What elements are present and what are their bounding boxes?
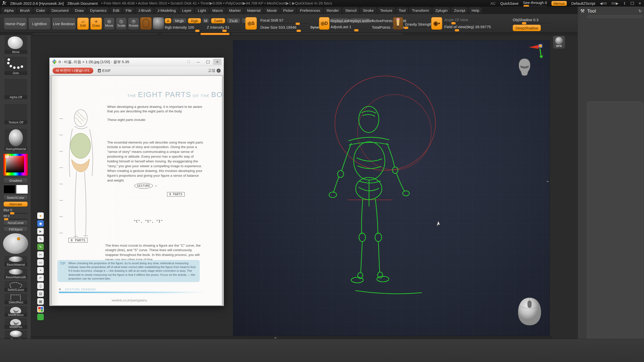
- menu-brush[interactable]: Brush: [17, 8, 32, 13]
- menu-zscript[interactable]: Zscript: [451, 8, 468, 13]
- home-page-button[interactable]: Home Page: [4, 18, 27, 30]
- material-basicb[interactable]: BasicMaterialB: [4, 268, 28, 280]
- menu-zplugin[interactable]: Zplugin: [433, 8, 450, 13]
- palette-icon[interactable]: [37, 306, 44, 312]
- knife-icon[interactable]: ✂: [37, 251, 44, 258]
- scale-mode-button[interactable]: ⓈScale: [116, 18, 127, 30]
- gallery-icon[interactable]: ▦: [37, 298, 44, 305]
- stroke-drag-icon[interactable]: ◎D: [319, 17, 330, 30]
- mouse-3d-model[interactable]: [514, 296, 545, 327]
- canvas-bottom-divider[interactable]: ◂▸: [31, 336, 552, 339]
- shelf-bpr[interactable]: BPR: [553, 36, 565, 49]
- camera-icon[interactable]: ◉▪: [431, 17, 442, 30]
- pin-toggle[interactable]: 고정 ✓: [208, 68, 221, 73]
- cursor-icon[interactable]: ►: [37, 228, 44, 235]
- current-material-thumb[interactable]: [153, 17, 164, 30]
- blur-slider[interactable]: Blur 0: [4, 208, 28, 214]
- menu-light[interactable]: Light: [195, 8, 209, 13]
- camview-head-gizmo[interactable]: [517, 58, 532, 76]
- draw-button[interactable]: ✛Draw: [90, 18, 102, 30]
- mrgb-toggle[interactable]: Mrgb: [172, 18, 186, 23]
- zadd-toggle[interactable]: Zadd: [211, 18, 225, 23]
- brush-maskpen[interactable]: MaskPen: [4, 318, 28, 329]
- brush-move[interactable]: Move: [4, 35, 28, 54]
- fillobject-button[interactable]: FillObject: [4, 227, 28, 232]
- menu-tool[interactable]: Tool: [396, 8, 408, 13]
- focal-shift-slider[interactable]: Focal Shift 57: [260, 18, 308, 24]
- menu-color[interactable]: Color: [34, 8, 48, 13]
- swatch-icon[interactable]: [37, 314, 44, 320]
- trash-icon[interactable]: ▯: [37, 283, 44, 289]
- m-toggle[interactable]: M: [203, 18, 209, 23]
- menu-edit[interactable]: Edit: [110, 8, 122, 13]
- menu-stroke[interactable]: Stroke: [360, 8, 376, 13]
- menu-file[interactable]: File: [123, 8, 134, 13]
- rgb-toggle[interactable]: Rgb: [188, 18, 201, 23]
- angle-of-view-slider[interactable]: Angle Of View: [444, 18, 474, 24]
- main-secondary-swatches[interactable]: [4, 185, 28, 194]
- move-mode-button[interactable]: ⓂMove: [104, 18, 114, 30]
- right-tray-toggle-icon[interactable]: ǀǀǀǀ▶: [612, 2, 619, 5]
- brush-selectlasso[interactable]: SelectLasso: [4, 281, 28, 292]
- shelf-divider[interactable]: [0, 32, 644, 35]
- viewer-minimize-icon[interactable]: —: [194, 59, 203, 65]
- document-canvas[interactable]: ◂▸: [233, 40, 550, 336]
- pencil-icon[interactable]: ✎: [37, 236, 44, 242]
- see-through-slider[interactable]: See-through 0: [523, 1, 547, 6]
- new-version-button[interactable]: 새 버전이 나왔습니다.: [53, 68, 93, 74]
- viewer-close-icon[interactable]: ✕: [213, 59, 222, 65]
- viewer-fullscreen-icon[interactable]: ⛶: [184, 59, 193, 65]
- accucurve-button[interactable]: AccuCurve: [4, 220, 28, 225]
- menu-help[interactable]: Help: [469, 8, 482, 13]
- draw-size-slider[interactable]: Draw Size 533.19946: [260, 25, 308, 31]
- material-basic[interactable]: BasicMaterial: [4, 255, 28, 267]
- material-startup[interactable]: StartupMaterial: [4, 128, 28, 151]
- fov-slider[interactable]: Field of view(deg) 39.59775: [444, 25, 495, 31]
- alternate-button[interactable]: Alternate: [4, 202, 28, 207]
- printer-icon[interactable]: ▤: [37, 290, 44, 297]
- menu-movie[interactable]: Movie: [264, 8, 279, 13]
- exif-button[interactable]: ◙EXIF: [98, 68, 111, 73]
- menu-stencil[interactable]: Stencil: [343, 8, 359, 13]
- live-boolean-button[interactable]: Live Boolean: [52, 18, 76, 30]
- menu-document[interactable]: Document: [49, 8, 71, 13]
- stroke-dots[interactable]: Dots: [4, 56, 28, 75]
- close-icon[interactable]: ✕: [638, 2, 641, 5]
- menu-macro[interactable]: Macro: [210, 8, 225, 13]
- menu-material[interactable]: Material: [245, 8, 263, 13]
- lightbox-button[interactable]: LightBox: [28, 18, 51, 30]
- z-intensity-slider[interactable]: Z Intensity 51: [207, 25, 242, 31]
- viewer-title-bar[interactable]: 0 - 비율, 리듬 > 1 (9).jpg [1/20] - 꿀뷰 5.35 …: [50, 58, 224, 66]
- texture-off[interactable]: Texture Off: [4, 104, 28, 125]
- gravity-pencil-thumb[interactable]: [393, 17, 403, 30]
- rotate-mode-button[interactable]: ⓇRotate: [128, 18, 139, 30]
- ac-button[interactable]: AC: [491, 1, 496, 6]
- left-tray-toggle-icon[interactable]: ◀ǀǀǀǀ: [600, 2, 607, 5]
- menu-j-modeling[interactable]: J-Modeling: [155, 8, 178, 13]
- restore-config-icon[interactable]: ↻: [638, 9, 642, 13]
- menu-preferences[interactable]: Preferences: [297, 8, 323, 13]
- rf-slider[interactable]: Rf 0: [4, 214, 28, 220]
- menu-marker[interactable]: Marker: [227, 8, 244, 13]
- menu-dynamics[interactable]: Dynamics: [88, 8, 109, 13]
- zsub-toggle[interactable]: Zsub: [227, 18, 240, 23]
- current-brush-thumb[interactable]: [140, 17, 152, 30]
- stroke-type-icon[interactable]: ◎S: [245, 17, 257, 30]
- right-divider-handle[interactable]: ◂▸: [546, 180, 549, 183]
- adjust-last-slider[interactable]: AdjustLast 1: [331, 25, 368, 31]
- menu-texture[interactable]: Texture: [378, 8, 395, 13]
- material-preview-sphere[interactable]: [3, 233, 28, 254]
- undo-icon[interactable]: ↶: [37, 275, 44, 281]
- alpha-off[interactable]: Alpha Off: [4, 78, 28, 100]
- color-picker[interactable]: [4, 154, 28, 175]
- eye-icon[interactable]: ◉: [37, 220, 44, 227]
- menus-button[interactable]: Menus: [551, 1, 567, 6]
- menu-j-brush[interactable]: J-Brush: [136, 8, 154, 13]
- menu-transform[interactable]: Transform: [409, 8, 431, 13]
- divider-orange-handle[interactable]: [200, 33, 229, 35]
- menu-layer[interactable]: Layer: [180, 8, 194, 13]
- bulb-icon[interactable]: ●: [37, 212, 44, 219]
- replay-last-rel-button[interactable]: ReplayLastRel: [350, 18, 370, 23]
- minimize-icon[interactable]: ↧: [623, 2, 626, 5]
- switch-color-button[interactable]: SwitchColor: [4, 195, 28, 200]
